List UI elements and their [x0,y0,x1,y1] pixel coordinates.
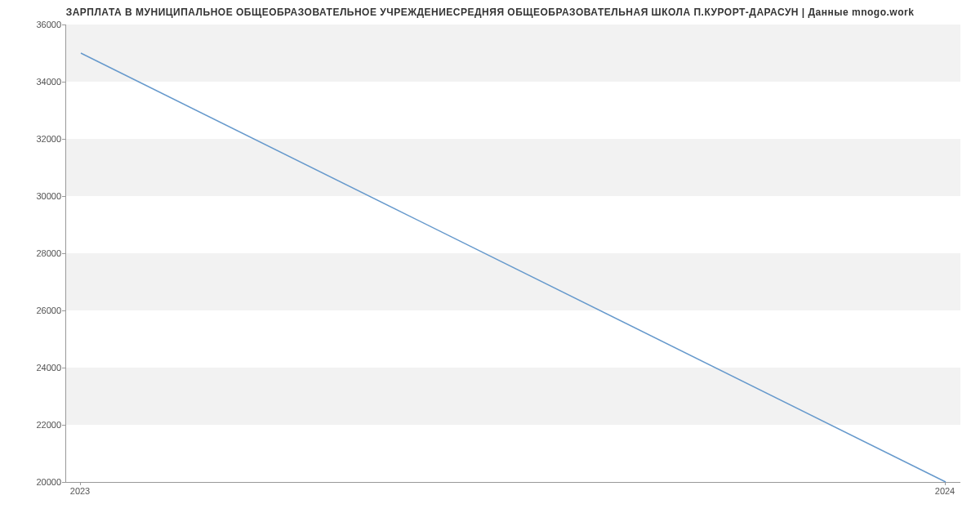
y-tick-label: 24000 [20,363,61,373]
y-tick-label: 22000 [20,420,61,430]
y-tick-label: 26000 [20,306,61,315]
svg-line-0 [81,53,946,482]
y-tick-label: 30000 [20,191,61,201]
chart-title: ЗАРПЛАТА В МУНИЦИПАЛЬНОЕ ОБЩЕОБРАЗОВАТЕЛ… [0,0,980,18]
chart-line [66,25,960,482]
y-tick-label: 28000 [20,248,61,258]
y-tick-label: 20000 [20,477,61,487]
y-tick-label: 36000 [20,20,61,29]
x-tick-label: 2024 [935,486,955,496]
y-tick-label: 32000 [20,134,61,144]
y-tick-label: 34000 [20,77,61,87]
x-tick-label: 2023 [70,486,90,496]
chart-container: ЗАРПЛАТА В МУНИЦИПАЛЬНОЕ ОБЩЕОБРАЗОВАТЕЛ… [0,0,980,531]
plot-area [65,25,960,483]
